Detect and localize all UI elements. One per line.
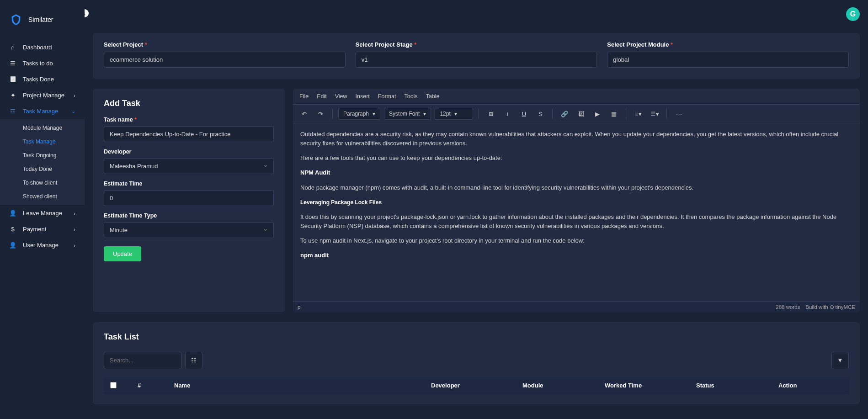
- col-developer: Developer: [431, 382, 522, 390]
- nav-dashboard[interactable]: ⌂ Dashboard: [0, 39, 85, 55]
- nav-tasks-done[interactable]: 🞓 Tasks Done: [0, 71, 85, 87]
- media-icon[interactable]: ▶: [591, 107, 604, 120]
- menu-view[interactable]: View: [335, 93, 347, 100]
- nav-label: Dashboard: [23, 44, 52, 51]
- table-icon[interactable]: ▦: [607, 107, 620, 120]
- col-module: Module: [522, 382, 605, 390]
- list-icon[interactable]: ☰▾: [648, 107, 661, 120]
- sub-module-manage[interactable]: Module Manage: [0, 121, 85, 135]
- editor-body[interactable]: Outdated dependencies are a security ris…: [293, 123, 860, 302]
- word-count: 288 words: [776, 304, 800, 310]
- module-select[interactable]: [607, 52, 849, 68]
- nav-label: Tasks to do: [23, 60, 53, 67]
- grammarly-badge-icon[interactable]: G: [846, 7, 860, 21]
- editor-code: npm audit: [300, 252, 329, 259]
- nav-user-manage[interactable]: 👤 User Manage ›: [0, 237, 85, 253]
- gear-icon: ✦: [9, 92, 16, 99]
- block-format-select[interactable]: Paragraph▾: [338, 108, 380, 120]
- list-settings-button[interactable]: ☷: [185, 352, 202, 369]
- menu-insert[interactable]: Insert: [356, 93, 370, 100]
- sub-to-show-client[interactable]: To show client: [0, 176, 85, 190]
- filter-button[interactable]: ▼: [831, 352, 849, 369]
- add-task-card: Add Task Task name * Developer Estimate …: [93, 89, 285, 312]
- font-size-select[interactable]: 12pt▾: [435, 108, 473, 120]
- stage-select[interactable]: [356, 52, 597, 68]
- redo-icon[interactable]: ↷: [314, 107, 327, 120]
- estimate-time-input[interactable]: [104, 190, 274, 206]
- undo-icon[interactable]: ↶: [298, 107, 310, 120]
- col-action: Action: [778, 382, 842, 390]
- align-icon[interactable]: ≡▾: [632, 107, 644, 120]
- nav: ⌂ Dashboard ☰ Tasks to do 🞓 Tasks Done ✦…: [0, 35, 85, 253]
- chevron-right-icon: ›: [74, 93, 75, 98]
- user-icon: 👤: [9, 210, 16, 217]
- user-icon: 👤: [9, 242, 16, 249]
- chevron-down-icon: ⌄: [71, 108, 75, 114]
- font-family-select[interactable]: System Font▾: [384, 108, 431, 120]
- editor-paragraph: Here are a few tools that you can use to…: [300, 154, 852, 163]
- estimate-time-label: Estimate Time: [104, 180, 274, 187]
- col-worked-time: Worked Time: [605, 382, 696, 390]
- brand-logo-icon: [9, 13, 23, 27]
- task-list-title: Task List: [104, 332, 849, 342]
- estimate-type-select[interactable]: [104, 222, 274, 238]
- task-name-label: Task name *: [104, 117, 274, 123]
- editor-heading: NPM Audit: [300, 169, 330, 176]
- col-status: Status: [696, 382, 778, 390]
- chevron-right-icon: ›: [74, 211, 75, 216]
- build-with: Build with ⊙ tinyMCE: [805, 304, 855, 310]
- editor-subheading: Leveraging Package Lock Files: [300, 199, 382, 206]
- sub-today-done[interactable]: Today Done: [0, 162, 85, 176]
- editor-statusbar: p 288 words Build with ⊙ tinyMCE: [293, 302, 860, 312]
- list-icon: ☰: [9, 60, 16, 67]
- menu-tools[interactable]: Tools: [404, 93, 417, 100]
- select-all-checkbox[interactable]: [110, 382, 138, 390]
- image-icon[interactable]: 🖼: [575, 107, 587, 120]
- editor-paragraph: Outdated dependencies are a security ris…: [300, 130, 852, 148]
- menu-table[interactable]: Table: [426, 93, 440, 100]
- developer-select[interactable]: [104, 158, 274, 174]
- module-label: Select Project Module *: [607, 41, 849, 48]
- nav-label: Tasks Done: [23, 76, 54, 83]
- nav-leave-manage[interactable]: 👤 Leave Manage ›: [0, 205, 85, 221]
- add-task-title: Add Task: [104, 99, 274, 108]
- nav-label: Leave Manage: [23, 210, 62, 217]
- nav-label: Project Manage: [23, 92, 64, 99]
- task-name-input[interactable]: [104, 126, 274, 142]
- sub-task-ongoing[interactable]: Task Ongoing: [0, 149, 85, 162]
- bold-icon[interactable]: B: [485, 107, 497, 120]
- sub-nav-task-manage: Module Manage Task Manage Task Ongoing T…: [0, 119, 85, 205]
- italic-icon[interactable]: I: [501, 107, 514, 120]
- chevron-right-icon: ›: [74, 227, 75, 232]
- underline-icon[interactable]: U: [517, 107, 530, 120]
- menu-edit[interactable]: Edit: [317, 93, 327, 100]
- nav-payment[interactable]: $ Payment ›: [0, 221, 85, 237]
- sub-showed-client[interactable]: Showed client: [0, 190, 85, 203]
- task-search-input[interactable]: [104, 352, 181, 369]
- tinymce-icon: ⊙: [830, 304, 834, 310]
- chevron-right-icon: ›: [74, 243, 75, 248]
- nav-task-manage[interactable]: ☲ Task Manage ⌄: [0, 103, 85, 119]
- nav-label: Payment: [23, 226, 46, 233]
- rich-editor-card: File Edit View Insert Format Tools Table…: [293, 89, 860, 312]
- nav-project-manage[interactable]: ✦ Project Manage ›: [0, 87, 85, 103]
- col-index: #: [138, 382, 174, 390]
- nav-label: User Manage: [23, 242, 59, 249]
- nav-tasks-todo[interactable]: ☰ Tasks to do: [0, 55, 85, 71]
- editor-path[interactable]: p: [298, 304, 300, 310]
- project-select[interactable]: [104, 52, 346, 68]
- sub-task-manage[interactable]: Task Manage: [0, 135, 85, 149]
- menu-file[interactable]: File: [299, 93, 309, 100]
- strikethrough-icon[interactable]: S: [534, 107, 547, 120]
- briefcase-icon: 🞓: [9, 76, 16, 83]
- link-icon[interactable]: 🔗: [558, 107, 571, 120]
- more-icon[interactable]: ⋯: [672, 107, 685, 120]
- project-label: Select Project *: [104, 41, 346, 48]
- editor-paragraph: Node package manager (npm) comes with au…: [300, 183, 852, 192]
- editor-toolbar: ↶ ↷ Paragraph▾ System Font▾ 12pt▾ B I U …: [293, 105, 860, 123]
- update-button[interactable]: Update: [104, 246, 141, 261]
- menu-format[interactable]: Format: [378, 93, 396, 100]
- sidebar: Similater ⌂ Dashboard ☰ Tasks to do 🞓 Ta…: [0, 0, 85, 419]
- dollar-icon: $: [9, 226, 16, 233]
- task-list-card: Task List ☷ ▼ # Name Developer Module Wo…: [93, 322, 860, 404]
